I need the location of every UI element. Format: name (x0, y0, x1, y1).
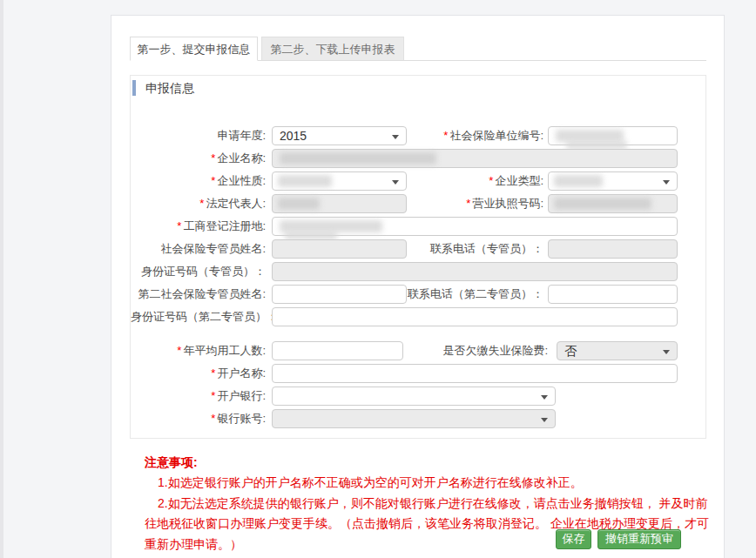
officer-phone-input (548, 239, 678, 259)
required-asterisk: * (489, 174, 493, 187)
bank-select[interactable] (272, 387, 556, 406)
redacted-value (278, 198, 320, 210)
required-asterisk: * (177, 344, 181, 357)
note-item-1: 1.如选定银行账户的开户名称不正确或为空的可对开户名称进行在线修改补正。 (145, 473, 709, 494)
label-avg-workers: *年平均用工人数: (131, 341, 266, 360)
label-officer-name: 社会保险专管员姓名: (131, 239, 266, 259)
notes-title: 注意事项: (145, 452, 709, 473)
tab-step1-submit-info[interactable]: 第一步、提交申报信息 (130, 37, 258, 61)
bank-account-select (272, 409, 556, 428)
owe-fee-value: 否 (564, 344, 577, 358)
label-account-name: *开户名称: (131, 364, 266, 383)
redacted-value (566, 141, 627, 149)
redacted-value (280, 152, 436, 165)
content-panel: 第一步、提交申报信息 第二步、下载上传申报表 申报信息 申请年度: 2015 *… (111, 15, 725, 558)
label-reg-place: *工商登记注册地: (131, 217, 266, 236)
officer2-id-input[interactable] (272, 307, 678, 326)
dropdown-arrow-icon (541, 418, 548, 422)
redacted-value (278, 175, 332, 187)
officer-id-input (272, 262, 678, 281)
dropdown-arrow-icon (663, 350, 670, 354)
label-si-unit-no: *社会保险单位编号: (369, 126, 543, 145)
company-name-input (272, 149, 678, 168)
label-company-name: *企业名称: (131, 149, 266, 168)
officer2-phone-input[interactable] (548, 285, 678, 304)
label-officer-id: 身份证号码（专管员）： (131, 262, 266, 281)
si-unit-no-input[interactable] (548, 126, 678, 145)
label-officer2-id: 身份证号码（第二专管员）： (131, 307, 266, 326)
step-tabbar: 第一步、提交申报信息 第二步、下载上传申报表 (130, 36, 706, 61)
section-title: 申报信息 (145, 81, 194, 97)
owe-fee-select: 否 (557, 341, 678, 360)
redacted-value (285, 232, 337, 239)
required-asterisk: * (199, 197, 204, 210)
label-company-type: *企业类型: (369, 171, 543, 191)
required-asterisk: * (211, 174, 215, 187)
label-bank: *开户银行: (131, 387, 266, 406)
label-officer2-phone: 联系电话（第二专管员）： (369, 285, 543, 304)
label-owe-fee: 是否欠缴失业保险费: (369, 341, 548, 360)
label-company-nature: *企业性质: (131, 171, 266, 191)
apply-year-value: 2015 (280, 129, 307, 143)
required-asterisk: * (211, 366, 215, 380)
tab-step2-download-upload[interactable]: 第二步、下载上传申报表 (261, 37, 404, 61)
section-accent-bar (132, 80, 136, 96)
page: 第一步、提交申报信息 第二步、下载上传申报表 申报信息 申请年度: 2015 *… (0, 0, 756, 558)
label-officer-phone: 联系电话（专管员）： (369, 239, 543, 259)
declaration-info-fieldset: 申报信息 申请年度: 2015 *社会保险单位编号: *企业名称: *企业性质: (130, 75, 706, 439)
redacted-value (556, 130, 624, 142)
required-asterisk: * (443, 129, 448, 142)
save-button[interactable]: 保存 (556, 529, 591, 549)
label-apply-year: 申请年度: (131, 126, 266, 145)
required-asterisk: * (211, 151, 215, 165)
company-type-select[interactable] (548, 171, 678, 191)
redacted-value (554, 198, 651, 210)
dropdown-arrow-icon (541, 395, 548, 400)
cancel-re-review-button[interactable]: 撤销重新预审 (597, 529, 681, 549)
label-license-no: *营业执照号码: (369, 194, 543, 213)
required-asterisk: * (466, 197, 470, 210)
required-asterisk: * (211, 389, 215, 402)
dropdown-arrow-icon (663, 180, 670, 185)
required-asterisk: * (211, 412, 215, 425)
license-no-input (548, 194, 678, 213)
required-asterisk: * (177, 219, 181, 232)
label-officer2-name: 第二社会保险专管员姓名: (131, 285, 266, 304)
reg-place-input[interactable] (272, 217, 678, 236)
redacted-value (280, 220, 382, 232)
redacted-value (554, 175, 603, 187)
page-left-edge (0, 0, 3, 558)
label-bank-account: *银行账号: (131, 409, 266, 428)
label-legal-rep: *法定代表人: (131, 194, 266, 213)
account-name-input[interactable] (272, 364, 678, 383)
